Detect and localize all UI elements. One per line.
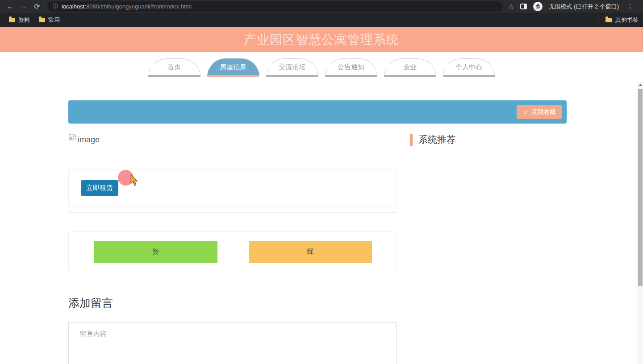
rent-action-panel: 立即租赁 xyxy=(68,169,397,207)
rent-now-button[interactable]: 立即租赁 xyxy=(81,180,118,196)
folder-icon xyxy=(605,18,612,22)
nav-tab-2[interactable]: 房屋信息 xyxy=(207,58,259,77)
folder-icon xyxy=(39,18,45,22)
vote-panel: 赞 踩 xyxy=(68,232,397,272)
nav-tab-5[interactable]: 企业 xyxy=(384,58,436,77)
add-message-title: 添加留言 xyxy=(68,296,113,310)
bookmark-star-icon[interactable]: ☆ xyxy=(508,3,514,11)
browser-toolbar: ← → ⟳ ⓘ localhost:8080/zhihuigongyuguanl… xyxy=(0,0,643,13)
main-nav: 首页房屋信息交流论坛公告通知企业个人中心 xyxy=(0,58,643,77)
bookmarks-bar: 资料常用 其他书签 xyxy=(0,13,643,27)
incognito-window-count: 无痕模式 (已打开 2 个窗口) xyxy=(549,3,619,11)
folder-icon xyxy=(9,18,15,22)
scroll-up-arrow-icon[interactable] xyxy=(637,82,643,88)
section-divider xyxy=(68,212,397,213)
incognito-glyph xyxy=(535,4,541,9)
bookmark-label: 资料 xyxy=(18,16,30,24)
house-title-banner: ☆ 点我收藏 xyxy=(68,100,567,124)
page-info-icon[interactable]: ⓘ xyxy=(53,3,58,10)
incognito-icon xyxy=(533,2,543,11)
recommend-section-header: 系统推荐 xyxy=(410,133,456,146)
page-scrollbar[interactable] xyxy=(637,82,643,364)
broken-image-icon xyxy=(68,133,77,143)
message-content-input[interactable] xyxy=(68,322,397,364)
nav-tab-3[interactable]: 交流论坛 xyxy=(266,58,318,77)
bookmark-item-1[interactable]: 资料 xyxy=(9,16,30,24)
nav-tab-label: 公告通知 xyxy=(338,63,364,71)
bookmark-label: 常用 xyxy=(48,16,60,24)
other-bookmarks-button[interactable]: 其他书签 xyxy=(615,16,639,24)
nav-tab-4[interactable]: 公告通知 xyxy=(325,58,377,77)
nav-tab-label: 企业 xyxy=(403,63,417,71)
nav-tab-6[interactable]: 个人中心 xyxy=(443,58,495,77)
refresh-icon[interactable]: ⟳ xyxy=(30,2,44,11)
house-image-broken: image xyxy=(68,133,100,145)
recommend-title: 系统推荐 xyxy=(418,133,456,146)
collect-button-label: 点我收藏 xyxy=(531,108,556,116)
bookmark-item-2[interactable]: 常用 xyxy=(39,16,60,24)
collect-button[interactable]: ☆ 点我收藏 xyxy=(517,105,562,119)
like-button[interactable]: 赞 xyxy=(94,241,217,263)
url-host: localhost xyxy=(62,3,84,10)
nav-tab-label: 首页 xyxy=(167,63,181,71)
browser-menu-icon[interactable]: ⋮ xyxy=(627,3,633,10)
dislike-button[interactable]: 踩 xyxy=(249,241,372,263)
nav-tab-label: 个人中心 xyxy=(455,63,482,71)
side-panel-icon[interactable] xyxy=(520,4,527,9)
address-bar[interactable]: ⓘ localhost:8080/zhihuigongyuguanli/fron… xyxy=(47,1,503,12)
nav-tab-label: 房屋信息 xyxy=(220,63,246,71)
site-title: 产业园区智慧公寓管理系统 xyxy=(244,31,399,48)
back-icon[interactable]: ← xyxy=(4,3,17,11)
collect-star-icon: ☆ xyxy=(522,108,528,116)
url-path: :8080/zhihuigongyuguanli/front/index.htm… xyxy=(84,3,192,10)
scrollbar-thumb[interactable] xyxy=(638,89,643,286)
site-header: 产业园区智慧公寓管理系统 xyxy=(0,27,643,52)
nav-tab-label: 交流论坛 xyxy=(279,63,305,71)
forward-icon[interactable]: → xyxy=(17,3,30,11)
broken-image-alt-text: image xyxy=(78,135,100,145)
bookmarks-divider xyxy=(598,17,598,24)
recommend-accent-bar xyxy=(410,134,413,146)
nav-tab-1[interactable]: 首页 xyxy=(148,58,200,77)
